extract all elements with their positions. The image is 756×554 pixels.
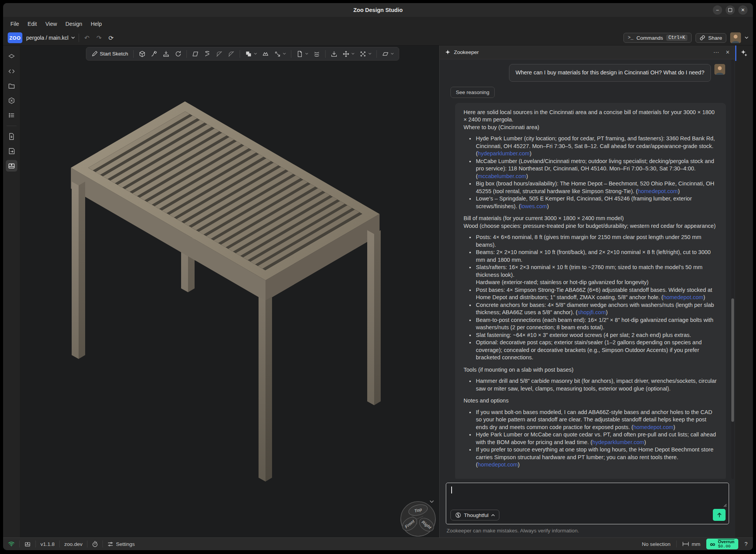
chevron-up-icon [491, 514, 495, 516]
resize-handle-icon[interactable] [723, 503, 727, 507]
helix-button[interactable] [203, 49, 212, 59]
zookeeper-strip-button[interactable] [741, 50, 748, 537]
gizmo-chevron-icon[interactable] [430, 500, 434, 503]
trim-button[interactable] [261, 49, 270, 59]
inline-link[interactable]: mccabelumber.com [478, 173, 526, 179]
divider [79, 34, 79, 42]
sweep-button[interactable] [150, 49, 159, 59]
extrude-button[interactable] [138, 49, 147, 59]
fillet-button[interactable] [215, 49, 224, 59]
menu-edit[interactable]: Edit [24, 19, 40, 29]
help-button[interactable]: ? [743, 541, 749, 547]
account-chevron-icon[interactable] [745, 37, 748, 39]
inline-link[interactable]: homedepot.com [633, 424, 674, 430]
boolean-button[interactable] [244, 49, 258, 59]
chat-scroll-area[interactable]: Where can I buy materials for this desig… [440, 59, 735, 479]
model-mode-button[interactable]: Thoughtful [450, 510, 499, 520]
inline-link[interactable]: shopjfi.com [578, 309, 606, 315]
offset-plane-button[interactable] [191, 49, 200, 59]
chevron-down-icon [391, 53, 394, 55]
viewport-3d[interactable]: Start Sketch [20, 45, 439, 537]
load-external-button[interactable] [329, 49, 339, 59]
more-options-icon[interactable]: ⋯ [713, 49, 719, 55]
send-button[interactable] [713, 509, 726, 521]
inline-link[interactable]: homedepot.com [638, 188, 678, 194]
inline-link[interactable]: hydeparklumber.com [592, 439, 644, 445]
inline-link[interactable]: homedepot.com [663, 294, 703, 300]
menu-design[interactable]: Design [62, 19, 86, 29]
export-file-button[interactable] [6, 145, 17, 157]
maximize-button[interactable] [726, 5, 735, 15]
variables-button[interactable] [6, 95, 17, 106]
left-sidebar [3, 45, 20, 537]
wifi-icon [8, 541, 15, 547]
hole-button[interactable] [273, 49, 287, 59]
inline-link[interactable]: hydeparklumber.com [478, 150, 530, 157]
close-button[interactable]: ✕ [738, 5, 748, 15]
feature-tree-button[interactable] [6, 51, 17, 62]
toolbar-divider [325, 50, 326, 58]
reply-bullet: Slats/rafters: 16× 2×3 nominal × 10 ft (… [475, 264, 717, 286]
menu-view[interactable]: View [42, 19, 60, 29]
view-gizmo[interactable]: Top Front Right [399, 500, 437, 538]
reply-text: ) [547, 203, 549, 209]
status-divider [87, 541, 87, 547]
machine-panel-button[interactable] [6, 160, 17, 172]
undo-button[interactable]: ↶ [83, 34, 91, 42]
files-button[interactable] [6, 80, 17, 92]
commands-button[interactable]: >_ Commands Ctrl+K [623, 33, 692, 43]
user-avatar[interactable] [730, 32, 741, 43]
inline-link[interactable]: homedepot.com [478, 461, 518, 468]
code-button[interactable] [6, 66, 17, 77]
panel-header-actions: ⋯ ✕ [713, 49, 730, 55]
toolbar-divider [186, 50, 187, 58]
import-file-button[interactable] [6, 131, 17, 142]
project-name: pergola / main.kcl [26, 35, 69, 41]
minimize-button[interactable]: – [713, 5, 722, 15]
zoo-logo[interactable]: ZOO [8, 32, 22, 43]
offset-plane-icon [192, 51, 199, 57]
redo-button[interactable]: ↷ [95, 34, 103, 42]
units-button[interactable]: mm [681, 541, 702, 547]
pattern-dots-icon [360, 51, 366, 57]
reply-text: Optional: decorative post caps; exterior… [476, 339, 703, 360]
project-bar-right: >_ Commands Ctrl+K Share [623, 32, 748, 43]
chevron-down-icon [71, 37, 75, 39]
pattern-button[interactable] [358, 49, 373, 59]
code-icon [8, 67, 15, 75]
menu-help[interactable]: Help [87, 19, 105, 29]
plane-view-button[interactable] [381, 49, 395, 59]
refresh-button[interactable]: ⟳ [107, 34, 115, 42]
share-button[interactable]: Share [696, 33, 726, 43]
inline-link[interactable]: lowes.com [521, 203, 547, 209]
version-label[interactable]: v1.1.8 [39, 541, 56, 547]
chat-scrollbar-thumb[interactable] [731, 298, 734, 422]
network-status[interactable] [7, 541, 16, 547]
folder-icon [8, 82, 15, 90]
settings-button[interactable]: Settings [106, 541, 136, 547]
close-panel-icon[interactable]: ✕ [726, 50, 730, 55]
project-name-menu[interactable]: pergola / main.kcl [26, 35, 75, 41]
start-sketch-button[interactable]: Start Sketch [90, 49, 129, 58]
transform-button[interactable] [341, 49, 356, 59]
revolve-button[interactable] [173, 49, 183, 59]
menu-file[interactable]: File [7, 19, 23, 29]
timer-status[interactable] [91, 541, 99, 547]
credits-badge[interactable]: ∞ Overrun $0.00 [706, 539, 738, 549]
machine-status[interactable] [23, 541, 32, 547]
insert-button[interactable] [295, 49, 309, 59]
maximize-icon [728, 8, 732, 12]
loft-button[interactable] [161, 49, 171, 59]
file-download-icon [8, 133, 15, 140]
logs-button[interactable] [6, 109, 17, 121]
pergola-model[interactable] [20, 45, 439, 537]
chat-input[interactable]: Thoughtful [446, 483, 729, 524]
start-sketch-label: Start Sketch [100, 51, 128, 57]
user-message-bubble: Where can I buy materials for this desig… [509, 64, 711, 82]
site-link[interactable]: zoo.dev [63, 541, 84, 547]
spring-icon [313, 51, 320, 57]
sliders-icon [108, 541, 113, 547]
see-reasoning-button[interactable]: See reasoning [450, 87, 495, 98]
text-to-cad-button[interactable] [312, 49, 321, 59]
chamfer-button[interactable] [227, 49, 236, 59]
